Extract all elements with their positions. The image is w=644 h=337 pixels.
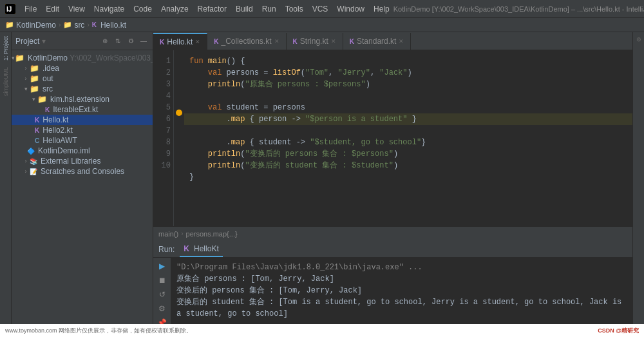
tab-label: Standard.kt [357,37,396,46]
menu-refactor[interactable]: Refactor [194,3,231,15]
tree-label: Hello2.kt [43,126,73,135]
breadcrumb-item: persons.map{...} [186,230,238,238]
tree-label: KotlinDemo.iml [38,146,90,155]
left-sidebar: 1: Project simpleUML [0,32,12,337]
menu-code[interactable]: Code [129,3,156,15]
tab-hellokt[interactable]: K Hello.kt ✕ [153,33,207,50]
menu-file[interactable]: File [21,3,41,15]
main-layout: 1: Project simpleUML Project ▾ ⊕ ⇅ ⚙ — ▾… [0,32,644,337]
tree-label: KotlinDemo Y:\002_WorkSpace\003_... [28,53,153,63]
tree-item-hello2kt[interactable]: K Hello2.kt [12,125,153,135]
menu-run[interactable]: Run [258,3,280,15]
tree-item-iterableext[interactable]: K IterableExt.kt [12,104,153,115]
title-bar: IJ File Edit View Navigate Code Analyze … [0,0,644,18]
run-output-line: 变换后的 persons 集合 : [Tom, Jerry, Jack] [176,285,627,296]
tree-label: External Libraries [41,157,100,166]
tree-item-extension[interactable]: ▾ 📁 kim.hsl.extension [12,94,153,104]
tab-label: Hello.kt [167,37,193,46]
tree-label: .idea [43,64,59,73]
folder-icon: 📁 [15,53,24,63]
panel-minimize-btn[interactable]: — [138,36,149,46]
run-label: Run: [158,245,175,254]
breadcrumb-chevron: › [181,230,183,237]
breadcrumb: 📁 KotlinDemo › 📁 src › K Hello.kt [0,18,644,32]
menu-help[interactable]: Help [370,3,393,15]
tree-item-src[interactable]: ▾ 📁 src [12,84,153,94]
right-sidebar: ⚙ [632,32,644,337]
panel-actions: ⊕ ⇅ ⚙ — [100,36,149,46]
watermark-brand: CSDN @精研究 [598,327,639,335]
project-label: Project [15,37,39,46]
kotlin-icon: K [293,38,298,45]
breadcrumb-item: main() [158,230,178,238]
run-panel: Run: K HelloKt ▶ ⏹ ↺ ⚙ 📌 ⬆ "D:\Program F… [153,240,632,337]
run-output-line: 原集合 persons : [Tom, Jerry, Jack] [176,273,627,285]
tree-label: kim.hsl.extension [50,95,109,104]
menu-tools[interactable]: Tools [281,3,307,15]
tab-close-btn[interactable]: ✕ [274,38,279,44]
menu-analyze[interactable]: Analyze [157,3,193,15]
breadcrumb-item[interactable]: 📁 KotlinDemo [5,21,56,30]
scratch-icon: 📝 [30,168,37,175]
tree-item-hellokt[interactable]: K Hello.kt [12,115,153,125]
menu-bar: File Edit View Navigate Code Analyze Ref… [21,3,393,15]
menu-build[interactable]: Build [232,3,257,15]
kotlin-icon: K [35,117,39,124]
kotlin-icon: K [92,21,97,28]
tab-close-btn[interactable]: ✕ [331,38,336,44]
tree-item-iml[interactable]: 🔷 KotlinDemo.iml [12,146,153,156]
tree-item-helloawt[interactable]: C HelloAWT [12,135,153,146]
menu-window[interactable]: Window [333,3,368,15]
run-play-btn[interactable]: ▶ [156,260,168,272]
kotlin-icon: K [214,38,218,45]
breadcrumb-label: KotlinDemo [16,21,56,30]
run-stop-btn[interactable]: ⏹ [156,274,168,286]
breakpoint-marker[interactable] [176,110,182,116]
watermark-left: www.toymoban.com 网络图片仅供展示，非存储，如有侵权请联系删除。 [5,327,192,335]
right-icon[interactable]: ⚙ [634,35,643,44]
tab-string[interactable]: K String.kt ✕ [287,33,343,50]
tab-standard[interactable]: K Standard.kt ✕ [343,33,412,50]
window-title: KotlinDemo [Y:\002_WorkSpace\003_IDEA\Ko… [393,5,644,13]
panel-add-btn[interactable]: ⊕ [100,36,110,46]
tree-item-external[interactable]: › 📚 External Libraries [12,156,153,166]
svg-text:IJ: IJ [6,6,12,13]
uml-tab[interactable]: simpleUML [1,66,10,97]
tree-label: Scratches and Consoles [41,167,124,176]
panel-settings-btn[interactable]: ⚙ [126,36,136,46]
tree-item-kotlindemo[interactable]: ▾ 📁 KotlinDemo Y:\002_WorkSpace\003_... [12,53,153,63]
breadcrumb-label: src [74,21,84,30]
tree-item-idea[interactable]: › 📁 .idea [12,63,153,73]
tab-collections[interactable]: K _Collections.kt ✕ [207,33,286,50]
menu-vcs[interactable]: VCS [308,3,332,15]
menu-navigate[interactable]: Navigate [90,3,128,15]
breadcrumb-item[interactable]: K Hello.kt [92,21,126,30]
tab-close-btn[interactable]: ✕ [399,38,404,44]
editor-container: K Hello.kt ✕ K _Collections.kt ✕ K Strin… [153,32,632,337]
menu-view[interactable]: View [64,3,89,15]
code-content[interactable]: fun main() { val persons = listOf("Tom",… [184,50,632,226]
tree-label: src [43,84,53,93]
panel-sync-btn[interactable]: ⇅ [113,36,123,46]
tab-close-btn[interactable]: ✕ [195,39,200,45]
tree-item-scratches[interactable]: › 📝 Scratches and Consoles [12,166,153,177]
ext-icon: 📚 [30,158,37,165]
code-editor[interactable]: 1 2 3 4 5 6 7 8 9 10 fun main() { val pe… [153,50,632,226]
tab-label: String.kt [300,37,328,46]
project-dropdown-icon[interactable]: ▾ [42,37,46,46]
run-rerun-btn[interactable]: ↺ [156,289,168,300]
project-tab[interactable]: 1: Project [1,35,10,62]
kotlin-c-icon: C [35,137,39,144]
code-gutter [174,50,184,226]
editor-breadcrumb: main() › persons.map{...} [153,226,632,240]
breadcrumb-item[interactable]: 📁 src [63,21,84,30]
kotlin-icon: K [35,127,39,134]
tree-label: Hello.kt [43,115,68,124]
run-header: Run: K HelloKt [153,242,632,258]
watermark: www.toymoban.com 网络图片仅供展示，非存储，如有侵权请联系删除。… [0,324,644,337]
run-settings-btn[interactable]: ⚙ [156,303,168,314]
run-tab-hellokt[interactable]: K HelloKt [180,242,222,257]
tree-item-out[interactable]: › 📁 out [12,73,153,84]
menu-edit[interactable]: Edit [42,3,63,15]
editor-area: K Hello.kt ✕ K _Collections.kt ✕ K Strin… [153,32,632,240]
